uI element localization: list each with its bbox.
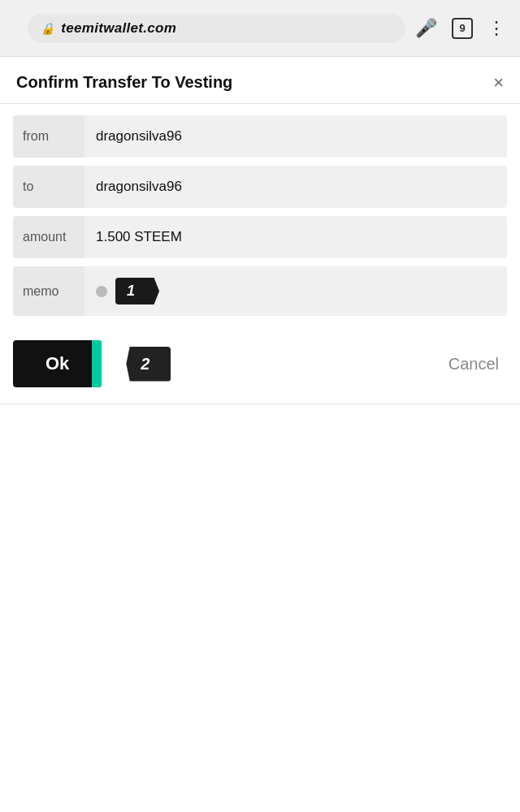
- badge-2: 2: [126, 347, 171, 382]
- to-label: to: [13, 166, 84, 208]
- ok-button[interactable]: Ok: [13, 340, 102, 387]
- memo-field-value: 1: [84, 266, 507, 316]
- microphone-button[interactable]: 🎤: [415, 18, 437, 39]
- from-label: from: [13, 115, 84, 158]
- to-row: to dragonsilva96: [13, 166, 507, 208]
- lock-icon: 🔒: [41, 22, 54, 35]
- browser-chrome: 🔒 teemitwallet.com 🎤 9 ⋮: [0, 0, 520, 57]
- amount-label: amount: [13, 216, 84, 258]
- tab-count[interactable]: 9: [452, 18, 473, 39]
- amount-value: 1.500 STEEM: [84, 218, 507, 257]
- memo-circle-icon: [96, 286, 107, 297]
- from-row: from dragonsilva96: [13, 115, 507, 158]
- amount-row: amount 1.500 STEEM: [13, 216, 507, 258]
- button-row: Ok 2 Cancel: [0, 327, 520, 404]
- cancel-button[interactable]: Cancel: [440, 347, 507, 382]
- browser-icons: 🎤 9 ⋮: [415, 18, 505, 39]
- dialog-title: Confirm Transfer To Vesting: [16, 73, 232, 92]
- memo-label: memo: [13, 266, 84, 316]
- home-button[interactable]: [15, 20, 18, 36]
- url-text: teemitwallet.com: [61, 20, 176, 37]
- close-button[interactable]: ×: [493, 74, 504, 92]
- url-bar[interactable]: 🔒 teemitwallet.com: [28, 14, 405, 43]
- confirm-transfer-dialog: Confirm Transfer To Vesting × from drago…: [0, 57, 520, 404]
- page-body: [0, 404, 520, 729]
- memo-badge-1: 1: [115, 278, 159, 304]
- dialog-header: Confirm Transfer To Vesting ×: [0, 57, 520, 104]
- to-value: dragonsilva96: [84, 167, 507, 206]
- memo-row: memo 1: [13, 266, 507, 316]
- from-value: dragonsilva96: [84, 117, 507, 156]
- form-area: from dragonsilva96 to dragonsilva96 amou…: [0, 104, 520, 327]
- menu-button[interactable]: ⋮: [488, 18, 505, 39]
